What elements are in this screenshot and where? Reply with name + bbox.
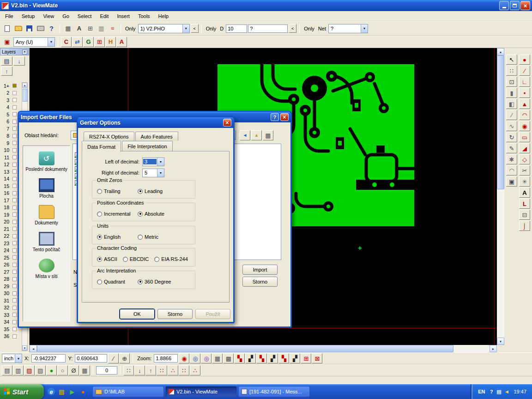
slash-tool-icon[interactable]: ∕ <box>506 110 517 120</box>
radio-metric[interactable]: Metric <box>138 234 158 240</box>
status-led-icon[interactable]: ● <box>46 365 57 375</box>
layer-color-swatch[interactable] <box>12 234 17 238</box>
layer-color-swatch[interactable] <box>12 141 17 145</box>
layer-color-swatch[interactable] <box>12 177 17 181</box>
layer-color-swatch[interactable] <box>12 212 17 217</box>
tray-volume-icon[interactable]: ◄ <box>503 388 510 395</box>
zoom-out-icon[interactable]: ◎ <box>190 353 200 363</box>
dialog-help-button[interactable]: ? <box>271 113 279 121</box>
export-tool-icon[interactable]: ▣ <box>506 176 517 187</box>
help-icon[interactable]: ? <box>46 24 57 34</box>
highlight-h-button[interactable]: H <box>105 37 116 47</box>
gerber-dialog-titlebar[interactable]: Gerber Options × <box>78 117 234 128</box>
layer-color-swatch[interactable] <box>12 255 17 260</box>
start-button[interactable]: Start <box>0 384 44 399</box>
layer-color-swatch[interactable] <box>12 198 17 202</box>
mirror-tool-icon[interactable]: ◧ <box>506 99 517 109</box>
scroll-left-icon[interactable]: ◄ <box>30 345 37 352</box>
rotate-tool-icon[interactable]: ↻ <box>506 132 517 142</box>
save-file-icon[interactable] <box>24 24 35 34</box>
circle-select-icon[interactable]: ○ <box>57 365 68 375</box>
wave-tool-icon[interactable]: ∿ <box>506 121 517 131</box>
layer-row[interactable]: 3 <box>0 97 21 104</box>
menu-item[interactable]: Help <box>154 12 173 20</box>
layer-color-swatch[interactable] <box>12 306 17 310</box>
import-button[interactable]: Import <box>242 265 278 275</box>
close-button[interactable]: × <box>520 1 530 10</box>
arc-draw-icon[interactable]: ◠ <box>519 110 530 120</box>
line-draw-icon[interactable]: ∕ <box>519 66 530 76</box>
layer-color-swatch[interactable] <box>12 148 17 152</box>
layer-color-swatch[interactable] <box>12 220 17 224</box>
any-filter-combo[interactable]: Any (U) ▼ <box>13 37 55 47</box>
flip-vertical-icon[interactable]: ▤ <box>2 365 12 375</box>
horizontal-scrollbar[interactable]: ◄ ► <box>30 345 497 352</box>
pattern-1-icon[interactable]: ▚ <box>234 353 245 363</box>
zoom-in-icon[interactable]: ◉ <box>179 353 189 363</box>
new-file-icon[interactable] <box>2 24 12 34</box>
pattern-2-icon[interactable]: ▞ <box>245 353 256 363</box>
layer-color-swatch[interactable] <box>12 284 17 288</box>
aperture-list-icon[interactable]: A <box>74 24 85 34</box>
gerber-close-button[interactable]: × <box>223 119 231 127</box>
layer-color-swatch[interactable] <box>12 112 17 116</box>
taskbar-button[interactable]: [191-482-091] - Mess... <box>238 386 310 397</box>
language-indicator[interactable]: EN <box>478 389 485 394</box>
radio-360-degree[interactable]: 360 Degree <box>138 279 171 284</box>
place-documents[interactable]: Dokumenty <box>24 205 69 225</box>
pad-pattern-a-icon[interactable]: ∷ <box>157 365 167 375</box>
select-grid-icon[interactable]: ⊞ <box>301 353 311 363</box>
pattern-5-icon[interactable]: ▚ <box>278 353 289 363</box>
grid-snap-button[interactable]: ⊞ <box>94 37 105 47</box>
previous-dcode-button[interactable]: < <box>289 24 296 33</box>
scroll-up-icon[interactable]: ▲ <box>22 83 27 88</box>
place-recent-documents[interactable]: ↺ Poslední dokumenty <box>24 151 69 172</box>
text-tool-icon[interactable]: A <box>519 187 530 198</box>
layer-color-swatch[interactable] <box>12 298 17 302</box>
highlight-layer-icon[interactable]: ▥ <box>96 24 107 34</box>
layer-color-swatch[interactable] <box>12 127 17 131</box>
layer-color-swatch[interactable] <box>12 291 17 296</box>
dcode-table-icon[interactable]: ▦ <box>63 24 73 34</box>
place-desktop[interactable]: Plocha <box>24 178 69 199</box>
radio-leading[interactable]: Leading <box>138 188 163 194</box>
layer-row[interactable]: 1+ <box>0 82 21 90</box>
units-combo[interactable]: inch ▼ <box>2 354 22 363</box>
place-computer[interactable]: Tento počítač <box>24 232 69 252</box>
rectpad-draw-icon[interactable]: ▪ <box>519 88 530 98</box>
layer-color-swatch[interactable] <box>12 105 17 109</box>
layer-color-swatch[interactable] <box>12 320 17 324</box>
layers-close-icon[interactable]: × <box>22 49 27 54</box>
views-icon[interactable]: ▦ <box>263 130 273 140</box>
zoom-box-icon[interactable]: ⊡ <box>506 77 517 87</box>
tab-data-format[interactable]: Data Format <box>82 141 121 152</box>
ok-button[interactable]: OK <box>120 309 155 319</box>
invert-icon[interactable]: ▨ <box>24 365 35 375</box>
layer-color-swatch[interactable] <box>12 241 17 245</box>
radio-ascii[interactable]: ASCII <box>97 256 117 262</box>
radio-trailing[interactable]: Trailing <box>97 188 138 194</box>
scroll-down-icon[interactable]: ▼ <box>497 338 504 345</box>
player-quick-icon[interactable]: ▶ <box>68 388 76 396</box>
back-icon[interactable]: ◄ <box>240 130 250 140</box>
table-tool-icon[interactable]: ⊟ <box>519 210 530 220</box>
count-spinner[interactable]: 0 <box>96 366 117 375</box>
grid-c-icon[interactable]: ▦ <box>79 365 90 375</box>
diamond-draw-icon[interactable]: ◇ <box>519 154 530 164</box>
only-net-label[interactable]: Only <box>304 26 314 31</box>
layer-color-swatch[interactable] <box>12 155 17 159</box>
corner-draw-icon[interactable]: ◢ <box>519 143 530 153</box>
import-cancel-button[interactable]: Storno <box>242 277 278 287</box>
grid-b-icon[interactable]: ▩ <box>223 353 234 363</box>
layer-color-swatch[interactable] <box>12 169 17 174</box>
radio-ebcdic[interactable]: EBCDIC <box>123 256 149 262</box>
up-folder-icon[interactable]: ▲ <box>251 130 262 140</box>
origin-target-icon[interactable]: ⊕ <box>119 353 130 363</box>
minimize-button[interactable] <box>499 1 509 10</box>
hook-tool-icon[interactable]: ⌡ <box>519 221 530 231</box>
layer-row[interactable]: 4 <box>0 104 21 111</box>
pad-array-icon[interactable]: ∷ <box>506 66 517 76</box>
print-icon[interactable] <box>35 24 46 34</box>
place-network[interactable]: Místa v síti <box>24 259 69 279</box>
dialog-close-button[interactable]: × <box>280 113 289 121</box>
